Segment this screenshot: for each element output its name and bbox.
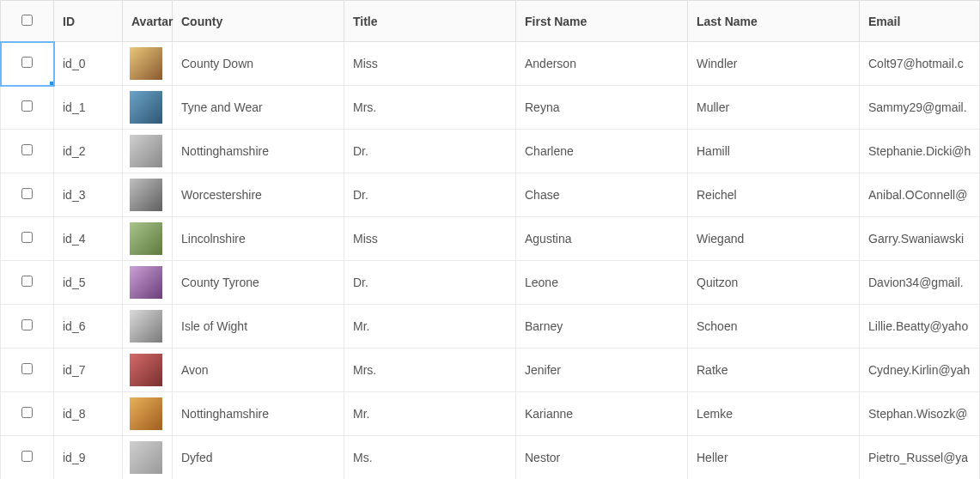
cell-last-name[interactable]: Reichel — [688, 173, 860, 217]
cell-email[interactable]: Cydney.Kirlin@yah — [860, 349, 980, 392]
cell-title[interactable]: Dr. — [344, 261, 516, 305]
cell-county[interactable]: Dyfed — [173, 436, 344, 480]
row-checkbox[interactable] — [21, 407, 33, 418]
table-row[interactable]: id_3WorcestershireDr.ChaseReichelAnibal.… — [1, 173, 980, 217]
cell-last-name[interactable]: Heller — [688, 436, 860, 480]
table-row[interactable]: id_5County TyroneDr.LeoneQuitzonDavion34… — [1, 261, 980, 305]
cell-check[interactable] — [1, 42, 54, 86]
cell-first-name[interactable]: Nestor — [516, 436, 688, 480]
cell-id[interactable]: id_3 — [54, 173, 123, 217]
row-checkbox[interactable] — [21, 188, 33, 199]
header-county[interactable]: County — [173, 1, 344, 42]
cell-last-name[interactable]: Wiegand — [688, 217, 860, 261]
cell-check[interactable] — [1, 349, 54, 392]
cell-county[interactable]: Isle of Wight — [173, 305, 344, 349]
table-row[interactable]: id_2NottinghamshireDr.CharleneHamillStep… — [1, 130, 980, 173]
cell-first-name[interactable]: Chase — [516, 173, 688, 217]
cell-check[interactable] — [1, 305, 54, 349]
cell-first-name[interactable]: Reyna — [516, 86, 688, 130]
header-avatar[interactable]: Avartar — [123, 1, 173, 42]
table-row[interactable]: id_1Tyne and WearMrs.ReynaMullerSammy29@… — [1, 86, 980, 130]
select-all-checkbox[interactable] — [21, 15, 33, 26]
row-checkbox[interactable] — [21, 57, 33, 68]
cell-id[interactable]: id_1 — [54, 86, 123, 130]
row-checkbox[interactable] — [21, 451, 33, 462]
table-row[interactable]: id_9DyfedMs.NestorHellerPietro_Russel@ya — [1, 436, 980, 480]
row-checkbox[interactable] — [21, 144, 33, 155]
cell-first-name[interactable]: Barney — [516, 305, 688, 349]
cell-check[interactable] — [1, 86, 54, 130]
cell-title[interactable]: Dr. — [344, 130, 516, 173]
cell-first-name[interactable]: Charlene — [516, 130, 688, 173]
cell-email[interactable]: Garry.Swaniawski — [860, 217, 980, 261]
header-title[interactable]: Title — [344, 1, 516, 42]
header-email[interactable]: Email — [860, 1, 980, 42]
cell-id[interactable]: id_9 — [54, 436, 123, 480]
cell-last-name[interactable]: Muller — [688, 86, 860, 130]
cell-last-name[interactable]: Quitzon — [688, 261, 860, 305]
cell-title[interactable]: Dr. — [344, 173, 516, 217]
cell-email[interactable]: Stephan.Wisozk@ — [860, 392, 980, 436]
cell-title[interactable]: Miss — [344, 42, 516, 86]
data-grid[interactable]: ID Avartar County Title First Name Last … — [0, 0, 980, 479]
cell-title[interactable]: Ms. — [344, 436, 516, 480]
cell-check[interactable] — [1, 217, 54, 261]
cell-id[interactable]: id_8 — [54, 392, 123, 436]
row-checkbox[interactable] — [21, 100, 33, 112]
cell-county[interactable]: Worcestershire — [173, 173, 344, 217]
cell-first-name[interactable]: Anderson — [516, 42, 688, 86]
table-row[interactable]: id_8NottinghamshireMr.KarianneLemkeSteph… — [1, 392, 980, 436]
row-checkbox[interactable] — [21, 232, 33, 243]
cell-title[interactable]: Mr. — [344, 305, 516, 349]
cell-county[interactable]: Tyne and Wear — [173, 86, 344, 130]
cell-first-name[interactable]: Jenifer — [516, 349, 688, 392]
cell-title[interactable]: Mrs. — [344, 349, 516, 392]
row-checkbox[interactable] — [21, 319, 33, 330]
cell-email[interactable]: Lillie.Beatty@yaho — [860, 305, 980, 349]
cell-county[interactable]: County Tyrone — [173, 261, 344, 305]
header-last-name[interactable]: Last Name — [688, 1, 860, 42]
cell-check[interactable] — [1, 392, 54, 436]
cell-county[interactable]: Nottinghamshire — [173, 130, 344, 173]
cell-email[interactable]: Sammy29@gmail. — [860, 86, 980, 130]
header-id[interactable]: ID — [54, 1, 123, 42]
cell-check[interactable] — [1, 261, 54, 305]
cell-email[interactable]: Davion34@gmail. — [860, 261, 980, 305]
cell-first-name[interactable]: Karianne — [516, 392, 688, 436]
table-row[interactable]: id_4LincolnshireMissAgustinaWiegandGarry… — [1, 217, 980, 261]
table-row[interactable]: id_0County DownMissAndersonWindlerColt97… — [1, 42, 980, 86]
row-checkbox[interactable] — [21, 276, 33, 287]
cell-county[interactable]: Lincolnshire — [173, 217, 344, 261]
header-first-name[interactable]: First Name — [516, 1, 688, 42]
cell-id[interactable]: id_2 — [54, 130, 123, 173]
cell-last-name[interactable]: Lemke — [688, 392, 860, 436]
cell-last-name[interactable]: Schoen — [688, 305, 860, 349]
cell-county[interactable]: Avon — [173, 349, 344, 392]
cell-first-name[interactable]: Agustina — [516, 217, 688, 261]
cell-id[interactable]: id_5 — [54, 261, 123, 305]
cell-email[interactable]: Colt97@hotmail.c — [860, 42, 980, 86]
cell-id[interactable]: id_4 — [54, 217, 123, 261]
cell-email[interactable]: Pietro_Russel@ya — [860, 436, 980, 480]
avatar — [130, 47, 162, 80]
cell-id[interactable]: id_0 — [54, 42, 123, 86]
cell-county[interactable]: Nottinghamshire — [173, 392, 344, 436]
cell-id[interactable]: id_7 — [54, 349, 123, 392]
table-row[interactable]: id_7AvonMrs.JeniferRatkeCydney.Kirlin@ya… — [1, 349, 980, 392]
table-row[interactable]: id_6Isle of WightMr.BarneySchoenLillie.B… — [1, 305, 980, 349]
cell-last-name[interactable]: Ratke — [688, 349, 860, 392]
cell-id[interactable]: id_6 — [54, 305, 123, 349]
cell-title[interactable]: Mrs. — [344, 86, 516, 130]
cell-email[interactable]: Stephanie.Dicki@h — [860, 130, 980, 173]
cell-title[interactable]: Mr. — [344, 392, 516, 436]
cell-email[interactable]: Anibal.OConnell@ — [860, 173, 980, 217]
cell-last-name[interactable]: Windler — [688, 42, 860, 86]
cell-check[interactable] — [1, 173, 54, 217]
cell-check[interactable] — [1, 130, 54, 173]
cell-check[interactable] — [1, 436, 54, 480]
cell-last-name[interactable]: Hamill — [688, 130, 860, 173]
cell-title[interactable]: Miss — [344, 217, 516, 261]
row-checkbox[interactable] — [21, 363, 33, 374]
cell-county[interactable]: County Down — [173, 42, 344, 86]
cell-first-name[interactable]: Leone — [516, 261, 688, 305]
